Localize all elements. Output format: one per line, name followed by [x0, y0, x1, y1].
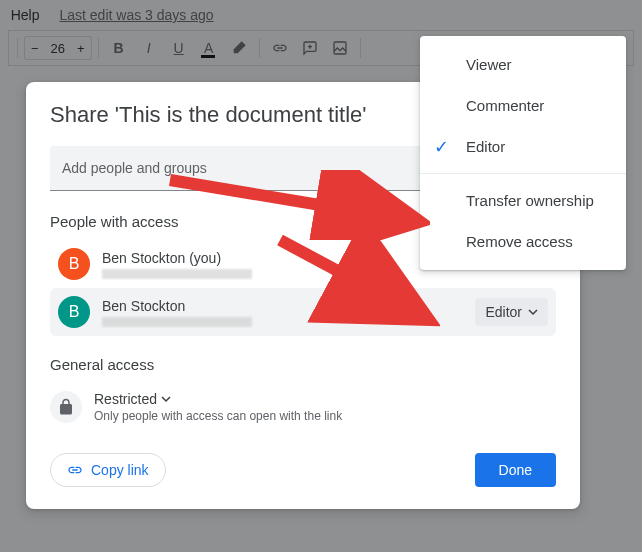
- check-icon: ✓: [434, 136, 449, 158]
- link-icon: [67, 462, 83, 478]
- person-row-editor[interactable]: B Ben Stockton Editor: [50, 288, 556, 336]
- dropdown-item-transfer-ownership[interactable]: Transfer ownership: [420, 180, 626, 221]
- role-dropdown-menu: Viewer Commenter ✓ Editor Transfer owner…: [420, 36, 626, 270]
- copy-link-button[interactable]: Copy link: [50, 453, 166, 487]
- dropdown-item-label: Remove access: [466, 233, 573, 250]
- dropdown-divider: [420, 173, 626, 174]
- dropdown-item-label: Viewer: [466, 56, 512, 73]
- dropdown-item-label: Commenter: [466, 97, 544, 114]
- person-email-redacted: [102, 317, 252, 327]
- person-name: Ben Stockton: [102, 298, 475, 314]
- dialog-footer: Copy link Done: [50, 453, 556, 487]
- caret-down-icon: [161, 394, 171, 404]
- role-label: Editor: [485, 304, 522, 320]
- restricted-dropdown[interactable]: Restricted: [94, 391, 342, 407]
- person-email-redacted: [102, 269, 252, 279]
- restricted-subtitle: Only people with access can open with th…: [94, 409, 342, 423]
- lock-icon: [50, 391, 82, 423]
- avatar: B: [58, 296, 90, 328]
- input-placeholder: Add people and groups: [62, 160, 207, 176]
- restricted-label: Restricted: [94, 391, 157, 407]
- general-section-title: General access: [50, 356, 556, 373]
- avatar: B: [58, 248, 90, 280]
- dropdown-item-remove-access[interactable]: Remove access: [420, 221, 626, 262]
- dropdown-item-commenter[interactable]: Commenter: [420, 85, 626, 126]
- role-dropdown-button[interactable]: Editor: [475, 298, 548, 326]
- caret-down-icon: [528, 307, 538, 317]
- dropdown-item-label: Editor: [466, 138, 505, 155]
- dropdown-item-editor[interactable]: ✓ Editor: [420, 126, 626, 167]
- general-access-row: Restricted Only people with access can o…: [50, 383, 556, 431]
- dropdown-item-label: Transfer ownership: [466, 192, 594, 209]
- copy-link-label: Copy link: [91, 462, 149, 478]
- done-button[interactable]: Done: [475, 453, 556, 487]
- dropdown-item-viewer[interactable]: Viewer: [420, 44, 626, 85]
